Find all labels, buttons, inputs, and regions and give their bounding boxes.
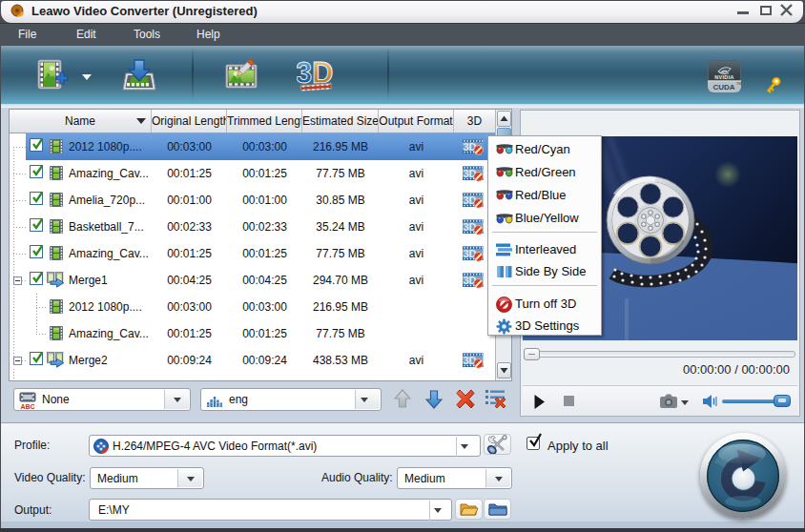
svg-text:ABC: ABC	[20, 403, 34, 410]
svg-text:NVIDIA: NVIDIA	[714, 74, 734, 80]
svg-text:CUDA: CUDA	[712, 83, 734, 92]
svg-text:TM: TM	[736, 82, 741, 86]
